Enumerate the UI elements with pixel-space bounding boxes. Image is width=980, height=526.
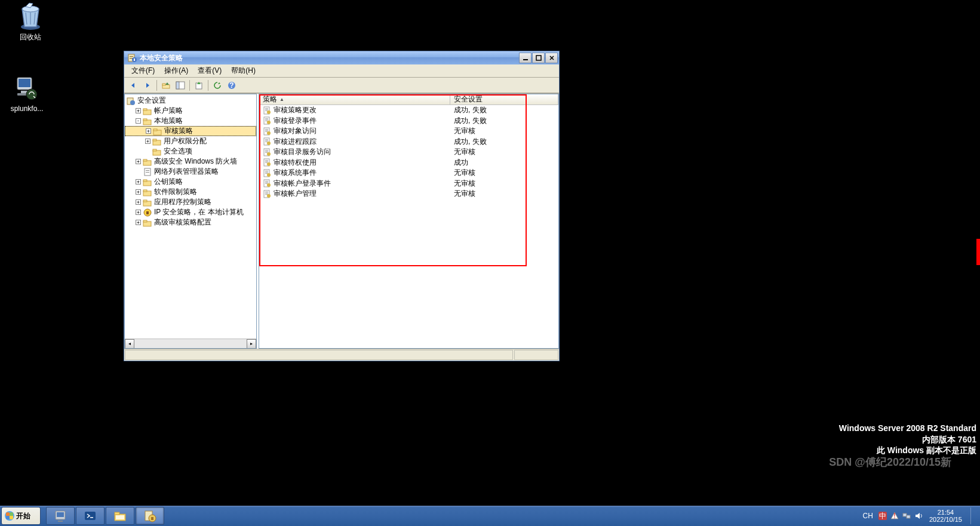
export-button[interactable] — [192, 79, 205, 92]
policy-cell: 审核系统事件 — [259, 168, 450, 178]
tree-item[interactable]: +IP 安全策略，在 本地计算机 — [125, 207, 256, 217]
tree-item-label: 安全选项 — [164, 146, 192, 156]
tree-item[interactable]: 安全选项 — [125, 146, 256, 156]
tree-label: 安全设置 — [137, 96, 166, 106]
svg-rect-47 — [143, 220, 147, 222]
app-icon — [13, 74, 41, 103]
list-row[interactable]: 审核策略更改成功, 失败 — [259, 105, 558, 116]
tree-item[interactable]: +软件限制策略 — [125, 187, 256, 197]
setting-cell: 成功, 失败 — [450, 105, 558, 115]
refresh-button[interactable] — [211, 79, 224, 92]
tree-item-label: IP 安全策略，在 本地计算机 — [154, 207, 244, 217]
forward-button[interactable] — [141, 79, 154, 92]
list-row[interactable]: 审核进程跟踪成功, 失败 — [259, 137, 558, 147]
expand-icon[interactable]: + — [136, 189, 141, 195]
start-button[interactable]: 开始 — [1, 507, 41, 525]
show-desktop-button[interactable] — [970, 507, 978, 524]
help-button[interactable]: ? — [225, 79, 238, 92]
menu-view[interactable]: 查看(V) — [193, 64, 226, 77]
list-row[interactable]: 审核目录服务访问无审核 — [259, 147, 558, 158]
policy-icon — [263, 106, 271, 115]
tree-item-label: 公钥策略 — [154, 177, 183, 187]
svg-rect-12 — [523, 59, 528, 60]
list-body[interactable]: 审核策略更改成功, 失败审核登录事件成功, 失败审核对象访问无审核审核进程跟踪成… — [259, 105, 558, 348]
taskbar: 开始 CH 中 ! 21:54 2022/10/15 — [0, 506, 980, 526]
folder-icon — [153, 127, 162, 136]
setting-cell: 成功, 失败 — [450, 137, 558, 147]
show-hide-tree-button[interactable] — [174, 79, 187, 92]
expand-icon[interactable]: + — [136, 108, 141, 113]
network-icon[interactable] — [902, 511, 911, 521]
titlebar[interactable]: 本地安全策略 — [124, 51, 559, 64]
menu-action[interactable]: 操作(A) — [159, 64, 193, 77]
close-button[interactable] — [545, 53, 558, 63]
tree-item-label: 帐户策略 — [154, 106, 183, 116]
svg-rect-30 — [153, 139, 156, 141]
svg-rect-15 — [162, 84, 165, 85]
tree-item-label: 软件限制策略 — [154, 187, 197, 197]
tree-item[interactable]: +帐户策略 — [125, 106, 256, 116]
list-row[interactable]: 审核对象访问无审核 — [259, 126, 558, 137]
collapse-icon[interactable]: - — [136, 118, 141, 124]
tree-item[interactable]: +高级安全 Windows 防火墙 — [125, 156, 256, 167]
expand-icon[interactable]: + — [145, 139, 150, 144]
language-indicator[interactable]: CH — [861, 512, 875, 520]
tree-item[interactable]: +用户权限分配 — [125, 136, 256, 146]
scroll-track[interactable] — [134, 339, 247, 348]
taskbar-clock[interactable]: 21:54 2022/10/15 — [926, 509, 966, 523]
tree-item-label: 本地策略 — [154, 116, 183, 126]
tree-item[interactable]: +应用程序控制策略 — [125, 197, 256, 207]
taskbar-app-local-security-policy[interactable] — [136, 507, 164, 525]
taskbar-pinned-powershell[interactable] — [76, 507, 105, 525]
tree-item[interactable]: +公钥策略 — [125, 177, 256, 187]
policy-cell: 审核进程跟踪 — [259, 137, 450, 147]
policy-icon — [263, 169, 271, 177]
menu-help[interactable]: 帮助(H) — [226, 64, 260, 77]
column-header-setting[interactable]: 安全设置 — [450, 94, 558, 104]
list-row[interactable]: 审核系统事件无审核 — [259, 168, 558, 179]
back-button[interactable] — [127, 79, 140, 92]
list-row[interactable]: 审核登录事件成功, 失败 — [259, 116, 558, 127]
tree-item[interactable]: 网络列表管理器策略 — [125, 167, 256, 177]
horizontal-scrollbar[interactable]: ◂ ▸ — [125, 339, 256, 348]
volume-icon[interactable] — [914, 511, 923, 521]
status-cell — [514, 350, 558, 360]
clock-time: 21:54 — [929, 509, 962, 516]
expand-icon[interactable]: + — [136, 199, 141, 205]
svg-rect-36 — [146, 170, 149, 171]
expand-icon[interactable]: + — [136, 179, 141, 184]
expand-icon[interactable]: + — [136, 210, 141, 215]
tree-root[interactable]: 安全设置 — [125, 96, 256, 106]
list-row[interactable]: 审核帐户登录事件无审核 — [259, 179, 558, 189]
maximize-button[interactable] — [532, 53, 545, 63]
expand-icon[interactable]: + — [136, 220, 141, 225]
scroll-left-button[interactable]: ◂ — [125, 339, 134, 349]
ime-icon[interactable]: 中 — [878, 511, 887, 521]
list-row[interactable]: 审核特权使用成功 — [259, 158, 558, 168]
policy-cell: 审核帐户管理 — [259, 189, 450, 199]
recycle-bin-icon — [16, 2, 45, 30]
desktop-icon-recycle-bin[interactable]: 回收站 — [8, 2, 53, 42]
expand-icon[interactable]: + — [146, 128, 151, 134]
policy-label: 审核目录服务访问 — [274, 147, 331, 157]
desktop-icon-label: splunkfo... — [11, 104, 44, 113]
menu-file[interactable]: 文件(F) — [127, 64, 159, 77]
up-button[interactable] — [159, 79, 173, 92]
taskbar-pinned-server-manager[interactable] — [46, 507, 75, 525]
tree-item[interactable]: +高级审核策略配置 — [125, 217, 256, 227]
action-center-icon[interactable]: ! — [890, 511, 899, 521]
minimize-button[interactable] — [519, 53, 532, 63]
taskbar-pinned-explorer[interactable] — [106, 507, 134, 525]
policy-label: 审核策略更改 — [274, 105, 317, 115]
policy-cell: 审核策略更改 — [259, 105, 450, 115]
column-header-policy[interactable]: 策略 — [259, 94, 450, 104]
expand-icon[interactable]: + — [136, 159, 141, 164]
tree-item[interactable]: +审核策略 — [125, 126, 256, 136]
list-row[interactable]: 审核帐户管理无审核 — [259, 189, 558, 199]
tree-item[interactable]: -本地策略 — [125, 116, 256, 126]
svg-rect-96 — [58, 521, 63, 522]
scroll-right-button[interactable]: ▸ — [247, 339, 256, 349]
tree[interactable]: 安全设置 +帐户策略-本地策略+审核策略+用户权限分配安全选项+高级安全 Win… — [125, 94, 256, 229]
desktop-icon-splunk[interactable]: splunkfo... — [5, 74, 49, 113]
ipsec-icon — [143, 208, 152, 217]
